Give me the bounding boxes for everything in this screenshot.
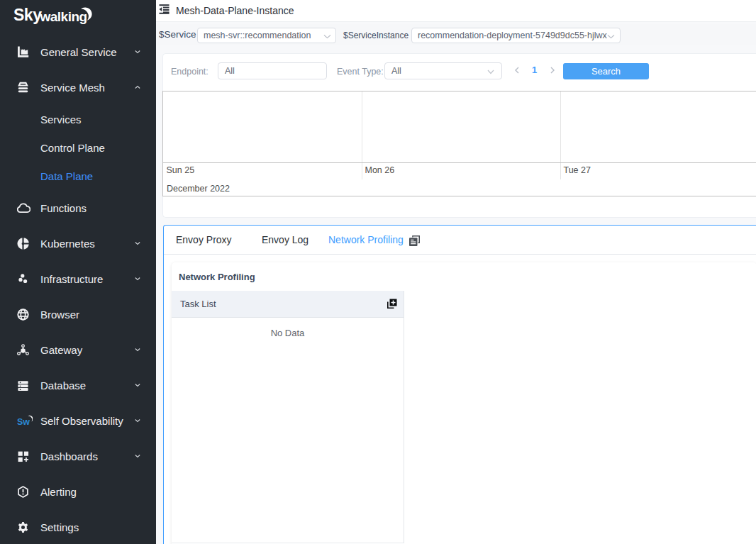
svg-text:Sw: Sw	[17, 417, 30, 427]
